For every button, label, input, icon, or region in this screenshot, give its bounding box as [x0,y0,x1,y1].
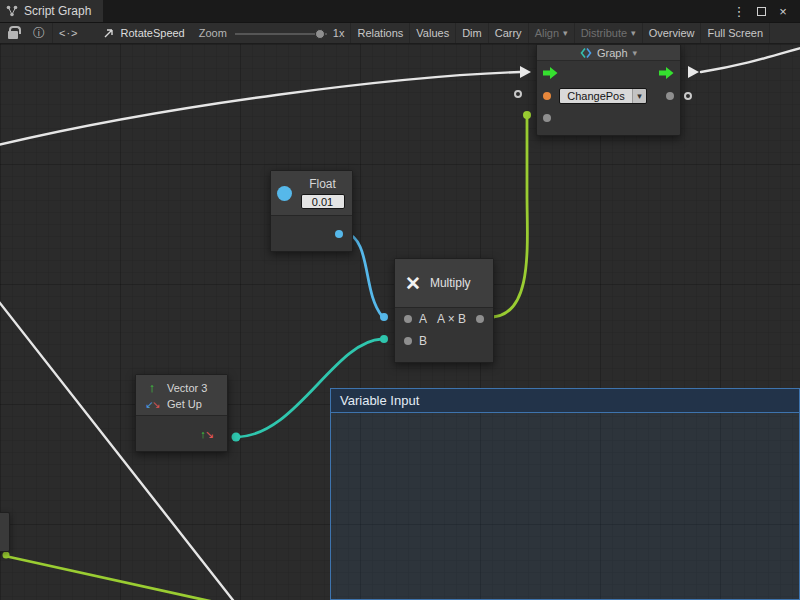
chevron-down-icon: ▾ [631,28,636,38]
unconnected-port-right[interactable] [684,92,692,100]
vector3-node-header: ↑ Vector 3 ↙↘ Get Up [136,375,227,415]
graph-node-title: Graph [597,47,628,59]
group-title: Variable Input [340,393,419,408]
distribute-button[interactable]: Distribute▾ [574,23,642,43]
multiply-input-a-port[interactable] [404,315,412,323]
values-button[interactable]: Values [409,23,455,43]
vector3-node-body: ↑↘ [136,415,227,451]
chevron-down-icon: ▾ [632,89,646,103]
wire-multiply-to-changepos[interactable] [490,117,527,317]
variable-input-group[interactable]: Variable Input [330,388,800,600]
vector3-axes-icon: ↙↘ [144,399,160,410]
graph-breadcrumb[interactable]: RotateSpeed [93,23,195,43]
vector3-type-label: Vector 3 [167,382,207,394]
graph-output-node[interactable]: Graph ▾ ChangePos ▾ [536,44,681,136]
graph-toolbar: ⓘ <·> RotateSpeed Zoom 1x Relations Valu… [0,22,800,44]
script-graph-window: Script Graph ⋮ × ⓘ <·> RotateSpeed Zoom … [0,0,800,600]
wire-endpoint-dot [523,111,531,119]
tab-script-graph[interactable]: Script Graph [0,0,103,22]
info-button[interactable]: ⓘ [26,23,52,43]
float-node-title: Float [309,177,336,191]
wire-endpoint-dot [380,313,388,321]
graph-pointer-icon [103,27,115,39]
port-row-b: B [395,330,493,352]
variable-input-group-body [331,413,799,599]
multiply-result-port[interactable] [476,315,484,323]
variable-dropdown[interactable]: ChangePos ▾ [559,88,647,104]
wire-endpoint-dot [3,552,10,559]
float-value-input[interactable] [301,194,345,209]
lock-button[interactable] [0,23,26,43]
distribute-label: Distribute [581,27,627,39]
wire-into-graph-node[interactable] [0,72,520,146]
vector3-output-icon: ↑↘ [200,427,213,440]
offscreen-node[interactable] [0,512,10,552]
float-output-port[interactable] [335,230,343,238]
vector3-get-up-node[interactable]: ↑ Vector 3 ↙↘ Get Up ↑↘ [135,374,228,452]
zoom-slider[interactable] [235,23,327,44]
align-label: Align [535,27,559,39]
zoom-slider-handle[interactable] [315,29,325,39]
wire-endpoint-dot [380,335,388,343]
changepos-input-port[interactable] [543,92,551,100]
values-label: Values [416,27,449,39]
zoom-value: 1x [331,23,351,43]
script-graph-icon [580,47,592,59]
zoom-slider-track [235,33,327,35]
flow-out-port[interactable] [659,67,674,79]
variable-input-group-header[interactable]: Variable Input [331,389,799,413]
wire-bottom-left-green[interactable] [5,556,214,600]
titlebar: Script Graph ⋮ × [0,0,800,22]
unconnected-port-left[interactable] [514,90,522,98]
multiply-node-title: Multiply [430,276,471,290]
graph-node-header[interactable]: Graph ▾ [537,45,680,61]
graph-canvas[interactable]: Variable Input [0,44,800,600]
multiply-node-header: ✕ Multiply [395,259,493,307]
dim-button[interactable]: Dim [455,23,488,43]
port-a-label: A [419,312,427,326]
wire-out-of-graph-node[interactable] [701,47,800,72]
port-b-label: B [419,334,427,348]
multiply-node-body: A A × B B [395,307,493,362]
relations-button[interactable]: Relations [350,23,409,43]
code-icon: <·> [59,27,79,39]
flow-in-port[interactable] [543,67,558,79]
chevron-down-icon: ▾ [563,28,568,38]
float-literal-node[interactable]: Float [270,170,353,252]
multiply-input-b-port[interactable] [404,337,412,345]
full-screen-button[interactable]: Full Screen [700,23,770,43]
value-out-port[interactable] [666,92,674,100]
overview-label: Overview [649,27,695,39]
flow-wire-arrow-left [520,66,531,78]
code-view-button[interactable]: <·> [52,23,85,43]
maximize-box [757,7,766,16]
extra-port-row [537,107,680,129]
vector3-member-label: Get Up [167,398,202,410]
port-result-label: A × B [437,312,466,326]
kebab-menu-icon[interactable]: ⋮ [730,2,748,20]
dim-label: Dim [462,27,482,39]
graph-icon [6,5,18,17]
lock-icon [8,31,18,39]
relations-label: Relations [357,27,403,39]
carry-button[interactable]: Carry [488,23,528,43]
float-type-icon [277,186,292,201]
variable-dropdown-label: ChangePos [560,89,632,103]
tab-title: Script Graph [24,4,91,18]
multiply-icon: ✕ [405,272,421,295]
carry-label: Carry [495,27,522,39]
wire-endpoint-dot [232,433,241,442]
multiply-node[interactable]: ✕ Multiply A A × B B [394,258,494,363]
zoom-label: Zoom [195,23,231,43]
align-button[interactable]: Align▾ [528,23,574,43]
maximize-icon[interactable] [752,2,770,20]
window-controls: ⋮ × [730,0,800,22]
flow-row [537,61,680,85]
float-node-header: Float [271,171,352,215]
overview-button[interactable]: Overview [642,23,701,43]
close-icon[interactable]: × [774,2,792,20]
chevron-down-icon: ▾ [633,48,638,58]
float-node-body [271,215,352,251]
flow-wire-arrow-right [688,66,699,78]
value-in-port[interactable] [543,114,551,122]
